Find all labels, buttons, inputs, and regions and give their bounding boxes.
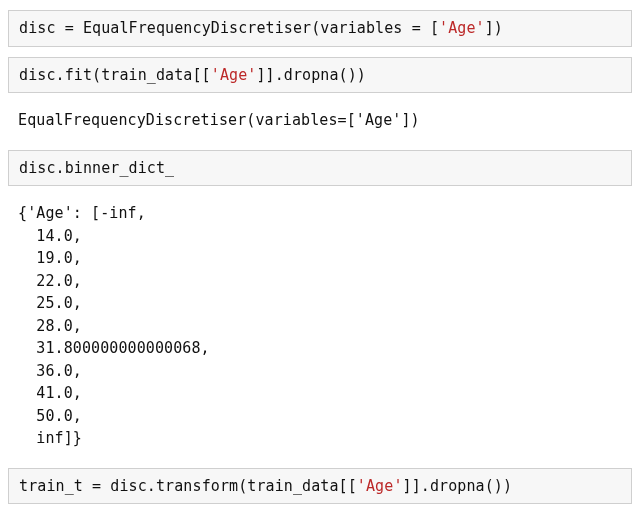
code-line: disc.binner_dict_ bbox=[19, 159, 174, 177]
token: = bbox=[65, 19, 74, 37]
token: [ bbox=[421, 19, 439, 37]
token: disc bbox=[19, 19, 65, 37]
code-line: disc = EqualFrequencyDiscretiser(variabl… bbox=[19, 19, 503, 37]
token: disc.fit(train_data[[ bbox=[19, 66, 211, 84]
token: disc.binner_dict_ bbox=[19, 159, 174, 177]
output-text: EqualFrequencyDiscretiser(variables=['Ag… bbox=[18, 111, 420, 129]
token: 'Age' bbox=[439, 19, 485, 37]
token: = bbox=[92, 477, 101, 495]
token: ]].dropna()) bbox=[256, 66, 366, 84]
token: = bbox=[412, 19, 421, 37]
token: ]].dropna()) bbox=[403, 477, 513, 495]
code-cell-1: disc = EqualFrequencyDiscretiser(variabl… bbox=[8, 10, 632, 47]
code-line: disc.fit(train_data[['Age']].dropna()) bbox=[19, 66, 366, 84]
code-cell-2: disc.fit(train_data[['Age']].dropna()) bbox=[8, 57, 632, 94]
code-cell-4: train_t = disc.transform(train_data[['Ag… bbox=[8, 468, 632, 505]
output-cell-2: {'Age': [-inf, 14.0, 19.0, 22.0, 25.0, 2… bbox=[8, 196, 632, 456]
token: {'Age': [-inf, 14.0, 19.0, 22.0, 25.0, 2… bbox=[18, 204, 210, 447]
code-cell-3: disc.binner_dict_ bbox=[8, 150, 632, 187]
token: disc.transform(train_data[[ bbox=[101, 477, 357, 495]
notebook-page: disc = EqualFrequencyDiscretiser(variabl… bbox=[0, 0, 640, 522]
token: 'Age' bbox=[357, 477, 403, 495]
output-cell-1: EqualFrequencyDiscretiser(variables=['Ag… bbox=[8, 103, 632, 138]
token: ]) bbox=[485, 19, 503, 37]
token: EqualFrequencyDiscretiser(variables bbox=[74, 19, 412, 37]
token: EqualFrequencyDiscretiser(variables=['Ag… bbox=[18, 111, 420, 129]
output-text: {'Age': [-inf, 14.0, 19.0, 22.0, 25.0, 2… bbox=[18, 204, 210, 447]
token: 'Age' bbox=[211, 66, 257, 84]
code-line: train_t = disc.transform(train_data[['Ag… bbox=[19, 477, 512, 495]
token: train_t bbox=[19, 477, 92, 495]
